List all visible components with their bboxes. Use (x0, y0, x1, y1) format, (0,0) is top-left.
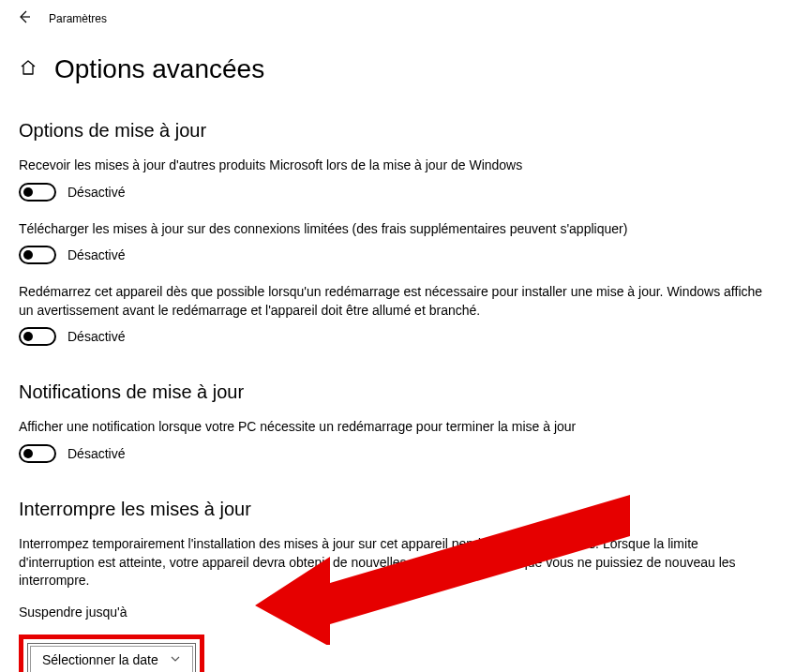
pause-until-label: Suspendre jusqu'à (19, 604, 776, 622)
section-heading-notifications: Notifications de mise à jour (19, 381, 776, 403)
back-arrow-icon[interactable] (17, 9, 32, 28)
toggle-knob (23, 250, 33, 260)
toggle-state-label: Désactivé (68, 247, 125, 262)
header-title: Paramètres (49, 12, 107, 25)
toggle-row: Désactivé (19, 246, 776, 264)
toggle-knob (23, 449, 33, 458)
toggle-row: Désactivé (19, 327, 776, 346)
toggle-knob (23, 187, 33, 197)
header-bar: Paramètres (0, 0, 795, 37)
pause-updates-description: Interrompez temporairement l'installatio… (19, 535, 776, 590)
page-title-row: Options avancées (19, 54, 776, 84)
option-text: Redémarrez cet appareil dès que possible… (19, 283, 776, 320)
toggle-knob (23, 332, 33, 341)
option-text: Afficher une notification lorsque votre … (19, 418, 776, 437)
option-restart-notification: Afficher une notification lorsque votre … (19, 418, 776, 463)
toggle-state-label: Désactivé (68, 185, 125, 200)
home-icon[interactable] (19, 58, 38, 82)
date-select-dropdown[interactable]: Sélectionner la date (30, 646, 193, 672)
section-heading-pause-updates: Interrompre les mises à jour (19, 499, 776, 520)
section-heading-update-options: Options de mise à jour (19, 120, 776, 142)
toggle-row: Désactivé (19, 183, 776, 202)
toggle-restart-notification[interactable] (19, 444, 56, 463)
date-select-label: Sélectionner la date (42, 652, 158, 667)
toggle-row: Désactivé (19, 444, 776, 463)
content-area: Options avancées Options de mise à jour … (0, 37, 795, 672)
toggle-receive-other-products[interactable] (19, 183, 56, 202)
toggle-state-label: Désactivé (68, 329, 125, 344)
toggle-metered-connections[interactable] (19, 246, 56, 264)
option-text: Télécharger les mises à jour sur des con… (19, 220, 776, 239)
chevron-down-icon (170, 653, 181, 667)
option-restart-asap: Redémarrez cet appareil dès que possible… (19, 283, 776, 346)
toggle-restart-asap[interactable] (19, 327, 56, 346)
option-metered-connections: Télécharger les mises à jour sur des con… (19, 220, 776, 265)
page-title: Options avancées (54, 54, 264, 84)
option-receive-other-products: Recevoir les mises à jour d'autres produ… (19, 157, 776, 202)
toggle-state-label: Désactivé (68, 446, 125, 461)
annotation-highlight-box: Sélectionner la date (19, 635, 204, 672)
date-select-outer: Sélectionner la date (27, 643, 196, 672)
option-text: Recevoir les mises à jour d'autres produ… (19, 157, 776, 175)
